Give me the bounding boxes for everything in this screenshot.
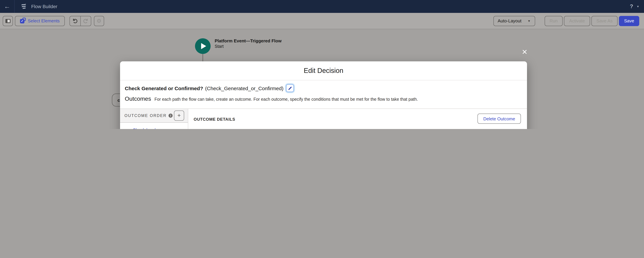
hidden-node-label: c (118, 98, 120, 102)
app-title: Flow Builder (31, 4, 57, 9)
start-node-subtitle: Start (215, 44, 224, 49)
global-header: ← Flow Builder ? ▼ (0, 0, 644, 13)
activate-button[interactable]: Activate (564, 16, 590, 26)
required-asterisk: * (194, 128, 195, 129)
modal-header: Edit Decision (120, 61, 527, 80)
flow-toolbar: ✓ Select Elements ⚙ (0, 13, 644, 29)
chevron-down-icon: ▼ (528, 19, 530, 22)
plus-icon: + (177, 112, 181, 119)
outcome-details-header: OUTCOME DETAILS (194, 117, 235, 122)
start-node[interactable] (195, 38, 210, 54)
outcome-order-panel: OUTCOME ORDER i + Check has been Generat… (120, 109, 188, 129)
label-fields-row: *Label *Outcome API Name (194, 128, 520, 129)
flow-builder-logo-icon (20, 3, 27, 10)
redo-button[interactable] (80, 16, 91, 26)
add-outcome-button[interactable]: + (174, 110, 184, 121)
run-button[interactable]: Run (544, 16, 563, 26)
outcome-list-item-generated[interactable]: Check has been Generated (120, 123, 188, 129)
info-icon[interactable]: i (169, 114, 173, 118)
outcome-order-header-row: OUTCOME ORDER i + (120, 109, 188, 123)
flow-settings-button[interactable]: ⚙ (94, 16, 104, 26)
header-divider (14, 0, 14, 13)
help-caret-icon[interactable]: ▼ (636, 5, 639, 8)
outcome-order-header: OUTCOME ORDER (124, 114, 167, 118)
outcome-details-section: OUTCOME DETAILS Delete Outcome *Label *O… (188, 109, 527, 129)
connector-line (202, 54, 203, 62)
select-elements-label: Select Elements (28, 18, 60, 24)
label-field-group: *Label (194, 128, 355, 129)
save-button[interactable]: Save (619, 16, 639, 26)
gear-icon: ⚙ (97, 18, 102, 24)
undo-button[interactable] (70, 16, 80, 26)
decision-title-row: Check Generated or Confirmed? (Check_Gen… (125, 84, 294, 92)
select-elements-icon: ✓ (20, 18, 25, 24)
edit-label-button[interactable] (286, 84, 294, 92)
label-field-label: *Label (194, 128, 355, 129)
help-icon[interactable]: ? (630, 4, 633, 10)
flow-canvas[interactable]: Platform Event—Triggered Flow Start c × … (0, 29, 644, 129)
api-name-field-group: *Outcome API Name (359, 128, 520, 129)
select-elements-button[interactable]: ✓ Select Elements (15, 16, 65, 26)
modal-title: Edit Decision (304, 67, 343, 74)
play-icon (201, 43, 206, 49)
auto-layout-label: Auto-Layout (498, 18, 522, 24)
undo-redo-group (70, 16, 91, 26)
required-asterisk: * (359, 128, 360, 129)
start-node-title: Platform Event—Triggered Flow (215, 38, 282, 44)
redo-icon (83, 18, 89, 24)
undo-icon (72, 18, 78, 24)
outcomes-header-row: Outcomes For each path the flow can take… (125, 96, 418, 102)
outcomes-heading: Outcomes (125, 96, 151, 102)
close-icon: × (522, 47, 527, 57)
outcome-item-label: Check has been Generated (132, 127, 185, 129)
decision-label: Check Generated or Confirmed? (125, 85, 203, 91)
outcomes-description: For each path the flow can take, create … (154, 97, 418, 102)
api-field-label: *Outcome API Name (359, 128, 520, 129)
decision-api-name: (Check_Generated_or_Confirmed) (205, 85, 284, 91)
toggle-element-panel-button[interactable] (3, 16, 13, 26)
edit-decision-modal: Edit Decision Check Generated or Confirm… (120, 61, 527, 129)
flow-builder-app: ← Flow Builder ? ▼ ✓ Select Elements (0, 0, 644, 129)
auto-layout-dropdown[interactable]: Auto-Layout ▼ (493, 16, 535, 26)
save-as-button[interactable]: Save As (591, 16, 618, 26)
delete-outcome-button[interactable]: Delete Outcome (478, 114, 521, 124)
modal-close-button[interactable]: × (520, 48, 529, 56)
panel-toggle-icon (5, 19, 10, 23)
back-arrow-icon[interactable]: ← (0, 3, 14, 10)
pencil-icon (288, 86, 292, 90)
